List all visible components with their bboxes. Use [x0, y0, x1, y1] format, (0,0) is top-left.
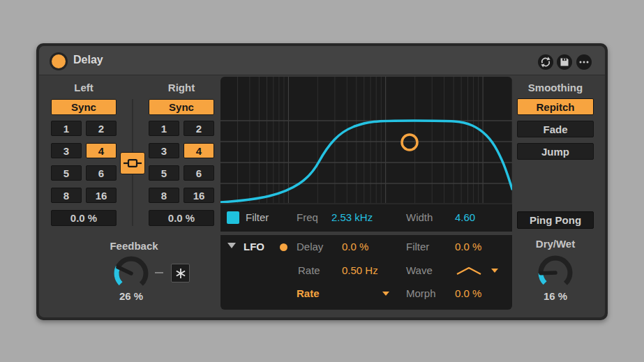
beat-button-right-8[interactable]: 8 — [149, 188, 179, 203]
beat-button-left-3[interactable]: 3 — [51, 143, 82, 158]
left-offset-field[interactable]: 0.0 % — [51, 210, 117, 226]
hot-swap-button[interactable] — [538, 54, 553, 70]
smoothing-option-fade[interactable]: Fade — [517, 121, 594, 137]
asterisk-icon — [175, 268, 186, 279]
smoothing-label: Smoothing — [517, 82, 594, 93]
beat-button-right-1[interactable]: 1 — [149, 121, 179, 136]
freeze-connector — [155, 272, 163, 273]
feedback-label: Feedback — [101, 240, 167, 252]
lfo-rate-value[interactable]: 0.50 Hz — [342, 264, 378, 278]
lfo-rate-label: Rate — [298, 264, 320, 278]
lfo-panel: LFO Delay 0.0 % Filter 0.0 % Rate 0.50 H… — [220, 235, 512, 310]
ping-pong-button[interactable]: Ping Pong — [517, 211, 594, 229]
save-preset-button[interactable] — [557, 54, 572, 70]
device-title: Delay — [73, 54, 103, 66]
target-dropdown-arrow-icon[interactable] — [382, 292, 389, 296]
lfo-filter-value[interactable]: 0.0 % — [455, 240, 481, 254]
beat-button-right-2[interactable]: 2 — [184, 121, 214, 136]
beat-button-right-5[interactable]: 5 — [149, 165, 179, 181]
lfo-delay-label: Delay — [297, 240, 323, 254]
lfo-label: LFO — [244, 240, 264, 254]
filter-curve — [220, 121, 512, 202]
width-value[interactable]: 4.60 — [455, 211, 475, 225]
lfo-collapse-triangle-icon[interactable] — [227, 243, 236, 248]
smoothing-option-repitch[interactable]: Repitch — [517, 98, 594, 115]
filter-enable-checkbox[interactable] — [227, 211, 239, 224]
smoothing-option-jump[interactable]: Jump — [517, 143, 594, 160]
right-beat-grid: 123456816 — [149, 121, 214, 203]
more-options-button[interactable] — [576, 54, 592, 70]
left-sync-button[interactable]: Sync — [51, 99, 117, 115]
beat-button-right-6[interactable]: 6 — [184, 165, 214, 181]
beat-button-right-16[interactable]: 16 — [184, 188, 214, 203]
feedback-value[interactable]: 26 % — [112, 290, 151, 302]
wave-dropdown-arrow-icon[interactable] — [491, 269, 498, 273]
beat-button-left-6[interactable]: 6 — [86, 165, 117, 181]
beat-button-left-1[interactable]: 1 — [51, 121, 82, 136]
lfo-wave-label: Wave — [406, 264, 433, 278]
filter-frequency-graph[interactable] — [220, 77, 512, 203]
beat-button-left-8[interactable]: 8 — [51, 188, 82, 203]
lfo-delay-value[interactable]: 0.0 % — [342, 240, 368, 254]
stereo-link-button[interactable] — [120, 152, 145, 174]
device-title-bar: Delay — [39, 46, 605, 75]
hot-swap-icon — [539, 56, 552, 68]
right-channel-label: Right — [149, 82, 214, 93]
left-beat-grid: 123456816 — [51, 121, 117, 203]
beat-button-right-4[interactable]: 4 — [184, 143, 214, 158]
beat-button-right-3[interactable]: 3 — [149, 143, 179, 158]
save-icon — [560, 57, 569, 67]
beat-button-left-2[interactable]: 2 — [86, 121, 117, 136]
dry-wet-knob[interactable] — [536, 253, 575, 292]
lfo-target-chooser[interactable]: Rate — [297, 287, 320, 301]
left-channel-label: Left — [51, 82, 117, 93]
beat-button-left-4[interactable]: 4 — [86, 143, 117, 158]
screen: Delay — [0, 0, 644, 362]
lfo-filter-label: Filter — [406, 240, 429, 254]
smoothing-options: RepitchFadeJump — [517, 98, 594, 161]
beat-button-left-16[interactable]: 16 — [86, 188, 117, 203]
link-icon — [123, 158, 142, 169]
freq-label: Freq — [297, 211, 318, 225]
dry-wet-value[interactable]: 16 % — [536, 290, 575, 302]
lfo-morph-label: Morph — [406, 287, 436, 301]
right-offset-field[interactable]: 0.0 % — [149, 210, 214, 226]
lfo-morph-value[interactable]: 0.0 % — [455, 287, 481, 301]
filter-label: Filter — [246, 211, 269, 225]
feedback-knob[interactable] — [112, 254, 151, 293]
filter-display-panel: Filter Freq 2.53 kHz Width 4.60 — [220, 77, 512, 232]
device-panel: Delay — [39, 46, 605, 317]
triangle-wave-icon — [456, 266, 481, 276]
beat-button-left-5[interactable]: 5 — [51, 165, 82, 181]
delay-device: Delay — [36, 43, 608, 320]
freeze-button[interactable] — [171, 264, 190, 282]
width-label: Width — [406, 211, 433, 225]
lfo-wave-chooser[interactable] — [456, 266, 481, 278]
right-sync-button[interactable]: Sync — [149, 99, 214, 115]
freq-value[interactable]: 2.53 kHz — [331, 211, 373, 225]
device-activator-toggle[interactable] — [50, 52, 68, 70]
dry-wet-label: Dry/Wet — [517, 238, 594, 250]
lfo-led[interactable] — [280, 243, 287, 251]
ellipsis-icon — [578, 60, 590, 64]
filter-row: Filter Freq 2.53 kHz Width 4.60 — [220, 203, 512, 232]
